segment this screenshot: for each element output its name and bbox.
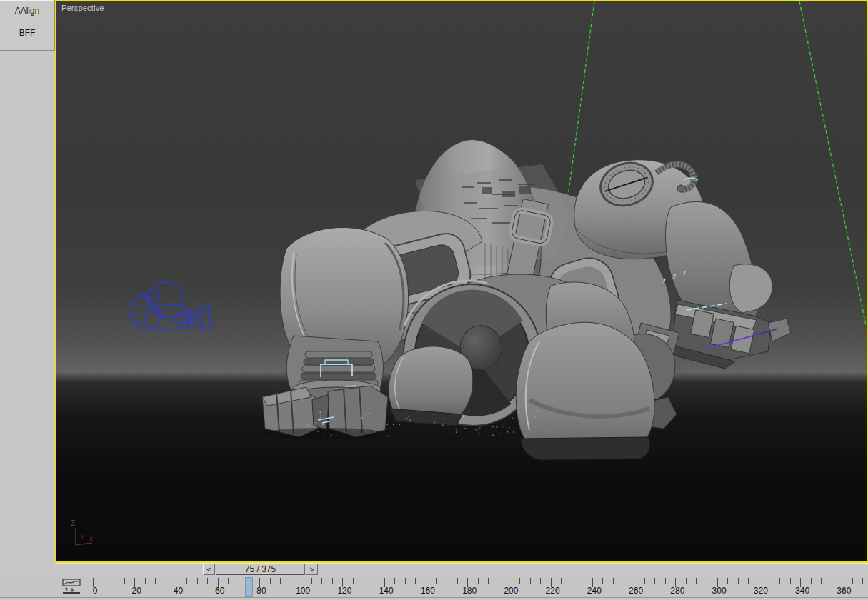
svg-text:x: x [89,535,93,542]
ruler-frame-label: 360 [829,586,858,596]
ruler-frame-label: 340 [788,586,817,596]
camera-wireframe-object[interactable] [130,282,211,331]
bff-button[interactable]: BFF [0,22,54,44]
aalign-button[interactable]: AAlign [0,0,54,22]
ruler-frame-label: 80 [247,586,276,596]
timeline-ruler[interactable]: 0204060801001201401601802002202402602803… [0,576,868,598]
ruler-frame-label: 180 [455,586,484,596]
viewport-label[interactable]: Perspective [61,4,104,12]
ruler-frame-label: 220 [539,586,567,596]
time-slider-track[interactable]: < 75 / 375 > [55,563,868,576]
ruler-frame-label: 260 [622,586,650,596]
ruler-frame-label: 20 [122,586,151,596]
svg-text:y: y [81,532,84,539]
ruler-frame-label: 140 [372,586,401,596]
previous-frame-button[interactable]: < [203,564,215,575]
ruler-frame-label: 40 [164,586,192,596]
ruler-frame-label: 300 [705,586,734,596]
time-slider-handle[interactable]: 75 / 375 [216,564,305,575]
ruler-frame-label: 200 [497,586,525,596]
ruler-frame-label: 240 [580,586,609,596]
mini-curve-editor-icon [62,579,81,594]
ruler-frame-label: 160 [414,586,442,596]
ruler-frame-label: 60 [206,586,234,596]
next-frame-button[interactable]: > [306,564,318,575]
ruler-frame-label: 320 [747,586,775,596]
ruler-frame-label: 100 [289,586,317,596]
left-toolbar: AAlign BFF [0,0,55,51]
marine-model[interactable] [262,140,791,460]
ruler-frame-label: 120 [330,586,359,596]
open-mini-curve-editor-button[interactable] [61,579,81,596]
ruler-frame-label: 0 [81,586,109,596]
viewport-scene: Z x y [56,1,867,561]
ruler-frame-label: 280 [663,586,692,596]
world-axis-gizmo: Z x y [71,519,93,546]
svg-text:Z: Z [71,519,75,527]
perspective-viewport[interactable]: Z x y Perspective [55,0,868,563]
